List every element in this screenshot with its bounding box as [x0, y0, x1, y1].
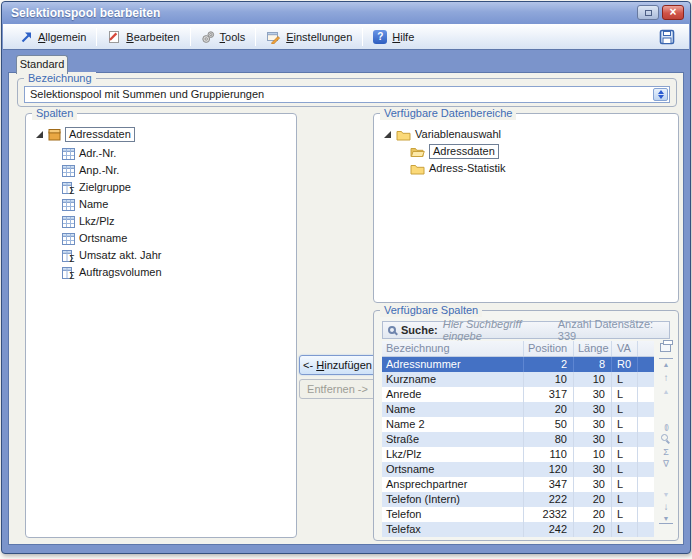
- titlebar[interactable]: Selektionspool bearbeiten: [2, 2, 690, 24]
- cell-position: 120: [524, 462, 574, 477]
- sum-icon[interactable]: [659, 446, 673, 457]
- cell-filler: [638, 372, 654, 387]
- header-laenge[interactable]: Länge: [574, 341, 612, 356]
- cell-filler: [638, 432, 654, 447]
- window-buttons: [637, 5, 684, 20]
- cell-va: L: [612, 462, 638, 477]
- tree-node-variablenauswahl[interactable]: Variablenauswahl: [384, 126, 501, 143]
- tree-node-adressdaten[interactable]: Adressdaten: [36, 126, 135, 143]
- tab-page: Bezeichnung Selektionspool mit Summen un…: [8, 72, 684, 545]
- menu-hilfe[interactable]: ? Hilfe: [365, 27, 422, 47]
- bezeichnung-combobox[interactable]: Selektionspool mit Summen und Gruppierun…: [24, 86, 670, 103]
- table-row[interactable]: Telefon (Intern)22220L: [382, 492, 654, 507]
- cell-position: 10: [524, 372, 574, 387]
- cell-laenge: 30: [574, 417, 612, 432]
- save-icon: [659, 29, 675, 45]
- scroll-bottom-icon[interactable]: [659, 513, 673, 524]
- filter-icon[interactable]: [659, 458, 673, 469]
- cell-position: 317: [524, 387, 574, 402]
- toolbar: Allgemein Bearbeiten Tools: [3, 24, 689, 50]
- table-row[interactable]: Lkz/Plz11010L: [382, 447, 654, 462]
- tree-node-adressdaten-folder[interactable]: Adressdaten: [410, 143, 499, 160]
- menu-einstellungen[interactable]: Einstellungen: [258, 27, 360, 47]
- table-row[interactable]: Straße8030L: [382, 432, 654, 447]
- tree-item-label: Auftragsvolumen: [79, 266, 162, 279]
- search-input[interactable]: Suche: Hier Suchbegriff eingebe Anzahl D…: [382, 321, 670, 339]
- tree-item-column[interactable]: Anp.-Nr.: [62, 162, 119, 179]
- toolbar-separator: [362, 28, 363, 46]
- table-row[interactable]: Name2030L: [382, 402, 654, 417]
- remove-button[interactable]: Entfernen ->: [299, 379, 376, 399]
- group-spalten: Spalten Adressdaten Adr.-Nr. Anp.-Nr. Σ …: [25, 113, 297, 538]
- tab-standard[interactable]: Standard: [16, 55, 68, 74]
- window-title: Selektionspool bearbeiten: [11, 6, 160, 20]
- tree-item-column[interactable]: Adr.-Nr.: [62, 145, 116, 162]
- cell-bezeichnung: Name 2: [382, 417, 524, 432]
- tree-item-column[interactable]: Lkz/Plz: [62, 213, 114, 230]
- cell-filler: [638, 402, 654, 417]
- cell-laenge: 30: [574, 462, 612, 477]
- scroll-top-icon[interactable]: [659, 358, 673, 369]
- table-row[interactable]: Ortsname12030L: [382, 462, 654, 477]
- edit-page-icon: [107, 30, 121, 44]
- menu-bearbeiten[interactable]: Bearbeiten: [99, 27, 187, 47]
- column-chooser-icon[interactable]: [660, 343, 671, 352]
- restore-button[interactable]: [637, 5, 659, 20]
- header-va[interactable]: VA: [612, 341, 638, 356]
- search-icon: [388, 326, 396, 334]
- tree-item-column[interactable]: Ortsname: [62, 230, 127, 247]
- save-button[interactable]: [659, 29, 681, 45]
- tree-item-label: Name: [79, 198, 108, 211]
- add-button[interactable]: <- Hinzufügen: [299, 355, 376, 375]
- row-indicator-icon[interactable]: [659, 421, 673, 432]
- close-button[interactable]: [662, 5, 684, 20]
- tree-item-label: Anp.-Nr.: [79, 164, 119, 177]
- expander-icon[interactable]: [36, 131, 43, 138]
- cell-filler: [638, 357, 654, 372]
- cell-position: 20: [524, 402, 574, 417]
- cell-position: 80: [524, 432, 574, 447]
- tree-item-column[interactable]: Σ Umsatz akt. Jahr: [62, 247, 162, 264]
- table-row[interactable]: Telefax24220L: [382, 522, 654, 537]
- group-spalten-label: Spalten: [32, 107, 77, 120]
- scroll-down-icon[interactable]: [659, 501, 673, 512]
- header-position[interactable]: Position: [524, 341, 574, 356]
- cell-position: 2: [524, 357, 574, 372]
- tree-node-label: Adressdaten: [65, 127, 135, 142]
- tree-node-adress-statistik[interactable]: Adress-Statistik: [410, 160, 505, 177]
- tree-item-column[interactable]: Σ Zielgruppe: [62, 179, 131, 196]
- scroll-up-icon[interactable]: [659, 372, 673, 383]
- table-row[interactable]: Adressnummer28R0: [382, 357, 654, 372]
- cell-position: 242: [524, 522, 574, 537]
- cell-filler: [638, 507, 654, 522]
- tree-node-label: Adressdaten: [429, 144, 499, 159]
- table-row[interactable]: Ansprechpartner34730L: [382, 477, 654, 492]
- table-row[interactable]: Telefon233220L: [382, 507, 654, 522]
- cell-laenge: 20: [574, 492, 612, 507]
- tree-item-column[interactable]: Σ Auftragsvolumen: [62, 264, 162, 281]
- search-row-icon[interactable]: [661, 434, 668, 441]
- menu-allgemein[interactable]: Allgemein: [11, 27, 94, 47]
- tree-item-label: Lkz/Plz: [79, 215, 114, 228]
- close-icon: [669, 6, 676, 19]
- expander-icon[interactable]: [384, 131, 391, 138]
- tree-item-column[interactable]: Name: [62, 196, 108, 213]
- toolbar-separator: [190, 28, 191, 46]
- tree-item-label: Zielgruppe: [79, 181, 131, 194]
- page-down-icon[interactable]: [659, 489, 673, 500]
- toolbar-separator: [96, 28, 97, 46]
- cell-va: L: [612, 387, 638, 402]
- cell-va: L: [612, 492, 638, 507]
- header-bezeichnung[interactable]: Bezeichnung: [382, 341, 524, 356]
- cell-bezeichnung: Name: [382, 402, 524, 417]
- group-verfuegbare-spalten: Verfügbare Spalten Suche: Hier Suchbegri…: [373, 310, 679, 541]
- cell-filler: [638, 492, 654, 507]
- menu-label: Bearbeiten: [126, 31, 179, 43]
- table-row[interactable]: Name 25030L: [382, 417, 654, 432]
- menu-tools[interactable]: Tools: [193, 27, 254, 47]
- combobox-spinner-button[interactable]: [653, 88, 668, 101]
- menu-label: Allgemein: [38, 31, 86, 43]
- table-row[interactable]: Kurzname1010L: [382, 372, 654, 387]
- table-row[interactable]: Anrede31730L: [382, 387, 654, 402]
- page-up-icon[interactable]: [659, 386, 673, 397]
